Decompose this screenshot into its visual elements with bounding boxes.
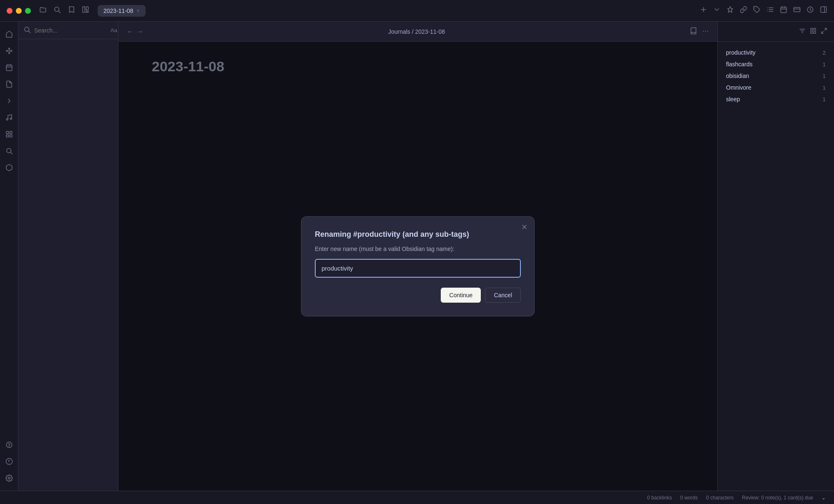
modal-buttons: Continue Cancel — [315, 288, 521, 303]
titlebar-right-icons — [700, 6, 827, 15]
modal-subtitle: Enter new name (must be a valid Obsidian… — [315, 246, 521, 252]
svg-line-47 — [28, 31, 30, 33]
nav-box-icon[interactable] — [2, 160, 17, 175]
content-header: ← → Journals / 2023-11-08 ⋯ — [118, 22, 717, 42]
main-layout: Aa ← → Journals / 2023-11-08 ⋯ 2023-11-0… — [0, 22, 834, 491]
svg-rect-57 — [814, 31, 816, 33]
tag-count: 1 — [823, 85, 826, 91]
pin-icon[interactable] — [726, 6, 734, 15]
down-arrow-icon: ⌄ — [821, 495, 826, 501]
tag-label: Omnivore — [726, 84, 751, 91]
panel-icon[interactable] — [820, 6, 827, 15]
svg-rect-54 — [811, 28, 813, 30]
forward-button[interactable]: → — [137, 28, 143, 35]
link-icon[interactable] — [740, 6, 747, 15]
tab-close-button[interactable]: × — [137, 8, 140, 14]
tag-item-omnivore[interactable]: Omnivore 1 — [718, 82, 834, 93]
svg-point-44 — [9, 446, 9, 446]
svg-rect-18 — [794, 8, 800, 12]
calendar-icon[interactable] — [780, 6, 787, 15]
tag-count: 2 — [823, 50, 826, 56]
list-icon[interactable] — [766, 6, 774, 15]
words-status: 0 words — [680, 495, 698, 501]
right-panel: productivity 2 flashcards 1 obisidian 1 … — [717, 22, 834, 491]
layout-icon[interactable] — [82, 6, 89, 15]
svg-rect-55 — [814, 28, 816, 30]
titlebar-left-icons — [39, 6, 89, 15]
tags-list: productivity 2 flashcards 1 obisidian 1 … — [718, 42, 834, 110]
nav-help-icon[interactable] — [2, 437, 17, 452]
svg-rect-21 — [821, 7, 826, 13]
tag-item-obisidian[interactable]: obisidian 1 — [718, 70, 834, 82]
svg-rect-39 — [6, 135, 8, 137]
folder-icon[interactable] — [39, 6, 47, 15]
minimize-button[interactable] — [16, 8, 22, 14]
left-panel: Aa — [18, 22, 118, 491]
svg-rect-3 — [86, 7, 88, 10]
more-options-icon[interactable]: ⋯ — [702, 27, 709, 36]
svg-rect-40 — [10, 135, 12, 137]
close-button[interactable] — [7, 8, 13, 14]
search-input[interactable] — [34, 27, 107, 34]
nav-search-icon[interactable] — [2, 143, 17, 158]
nav-settings-icon[interactable] — [2, 471, 17, 486]
modal-close-button[interactable]: ✕ — [521, 223, 528, 232]
content-header-icons: ⋯ — [690, 27, 709, 36]
center-content: ← → Journals / 2023-11-08 ⋯ 2023-11-08 ✕… — [118, 22, 717, 491]
maximize-button[interactable] — [25, 8, 31, 14]
rename-modal: ✕ Renaming #productivity (and any sub-ta… — [301, 216, 535, 316]
font-size-icon[interactable]: Aa — [111, 27, 117, 33]
svg-line-59 — [821, 31, 824, 33]
tag-count: 1 — [823, 73, 826, 79]
statusbar: 0 backlinks 0 words 0 characters Review:… — [0, 491, 834, 504]
nav-music-icon[interactable] — [2, 110, 17, 125]
icon-rail — [0, 22, 18, 491]
plus-icon[interactable] — [700, 6, 707, 15]
svg-line-58 — [824, 28, 826, 30]
characters-status: 0 characters — [706, 495, 734, 501]
svg-rect-38 — [10, 131, 12, 133]
search-bar: Aa — [18, 22, 118, 39]
nav-grid-icon[interactable] — [2, 127, 17, 142]
sort-icon[interactable] — [799, 28, 806, 36]
chevron-down-icon[interactable] — [713, 6, 721, 15]
tag-icon[interactable] — [753, 6, 761, 15]
svg-line-1 — [58, 11, 60, 13]
modal-overlay: ✕ Renaming #productivity (and any sub-ta… — [118, 42, 717, 491]
nav-calendar-icon[interactable] — [2, 60, 17, 75]
tag-item-sleep[interactable]: sleep 1 — [718, 93, 834, 105]
nav-arrows: ← → — [127, 28, 143, 35]
tag-label: sleep — [726, 96, 740, 103]
book-icon[interactable] — [690, 27, 697, 36]
nav-question-icon[interactable] — [2, 454, 17, 469]
tag-item-productivity[interactable]: productivity 2 — [718, 47, 834, 58]
right-panel-header — [718, 22, 834, 42]
backlinks-status: 0 backlinks — [647, 495, 672, 501]
expand-icon[interactable] — [821, 28, 827, 36]
grid-view-icon[interactable] — [810, 28, 816, 36]
rename-input[interactable] — [315, 259, 521, 278]
back-button[interactable]: ← — [127, 28, 133, 35]
tag-item-flashcards[interactable]: flashcards 1 — [718, 58, 834, 70]
cancel-button[interactable]: Cancel — [485, 288, 521, 303]
active-tab[interactable]: 2023-11-08 × — [98, 5, 146, 17]
svg-rect-37 — [6, 131, 8, 133]
continue-button[interactable]: Continue — [441, 288, 481, 303]
traffic-lights — [7, 8, 31, 14]
tag-count: 1 — [823, 61, 826, 68]
svg-rect-56 — [811, 31, 813, 33]
modal-title: Renaming #productivity (and any sub-tags… — [315, 230, 521, 239]
nav-arrow-icon[interactable] — [2, 93, 17, 108]
nav-notes-icon[interactable] — [2, 77, 17, 92]
content-area: 2023-11-08 ✕ Renaming #productivity (and… — [118, 42, 717, 491]
tab-label: 2023-11-08 — [103, 8, 133, 14]
nav-home-icon[interactable] — [2, 27, 17, 42]
bookmark-icon[interactable] — [68, 6, 75, 15]
nav-graph-icon[interactable] — [2, 43, 17, 58]
svg-rect-2 — [83, 7, 85, 13]
tag-count: 1 — [823, 96, 826, 103]
search-icon[interactable] — [53, 6, 61, 15]
clock-icon[interactable] — [806, 6, 814, 15]
svg-point-45 — [8, 477, 10, 479]
card-icon[interactable] — [793, 6, 801, 15]
